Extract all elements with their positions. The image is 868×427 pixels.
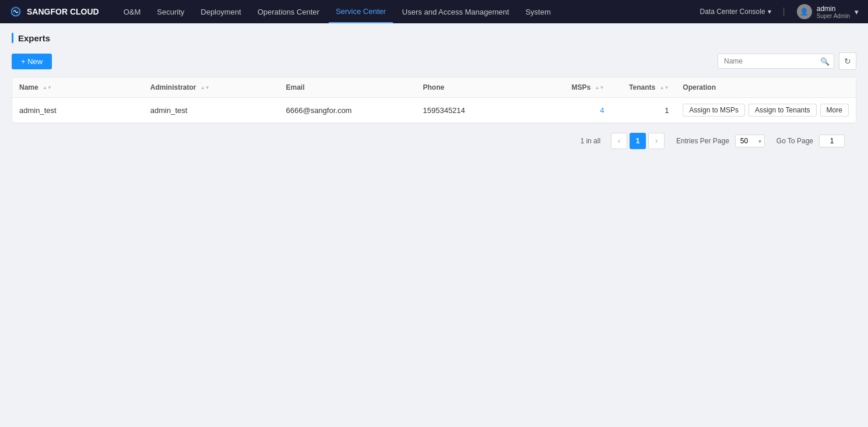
nav-menu: O&M Security Deployment Operations Cente… xyxy=(117,0,700,23)
col-header-operation: Operation xyxy=(676,77,856,98)
page-content: Experts + New 🔍 ↻ Name ▲▼ xyxy=(0,23,868,427)
search-area: 🔍 ↻ xyxy=(718,52,856,70)
brand-logo[interactable]: SANGFOR CLOUD xyxy=(9,5,99,18)
nav-separator: | xyxy=(783,6,785,17)
col-header-tenants: Tenants ▲▼ xyxy=(611,77,676,98)
col-header-phone: Phone xyxy=(416,77,549,98)
nav-item-security[interactable]: Security xyxy=(150,0,191,23)
col-header-administrator: Administrator ▲▼ xyxy=(143,77,279,98)
go-to-page-label: Go To Page xyxy=(776,137,813,145)
operation-buttons: Assign to MSPs Assign to Tenants More xyxy=(683,104,849,117)
assign-to-tenants-button[interactable]: Assign to Tenants xyxy=(748,104,817,117)
data-table: Name ▲▼ Administrator ▲▼ Email Phone MSP xyxy=(12,77,856,123)
cell-operation: Assign to MSPs Assign to Tenants More xyxy=(676,98,856,123)
entries-per-page-wrapper: 50 20 100 xyxy=(735,135,765,147)
user-details: admin Super Admin xyxy=(817,5,850,19)
search-box: 🔍 xyxy=(718,54,834,69)
total-count: 1 in all xyxy=(580,137,600,145)
prev-page-button[interactable]: ‹ xyxy=(611,133,627,149)
sort-icon-tenants[interactable]: ▲▼ xyxy=(660,86,669,90)
msps-count: 4 xyxy=(600,106,604,115)
entries-per-page-label: Entries Per Page xyxy=(676,137,729,145)
sort-icon-admin[interactable]: ▲▼ xyxy=(201,86,210,90)
search-input[interactable] xyxy=(718,54,834,69)
console-label: Data Center Console xyxy=(700,8,765,16)
toolbar: + New 🔍 ↻ xyxy=(12,52,856,70)
assign-to-msps-button[interactable]: Assign to MSPs xyxy=(683,104,745,117)
page-title: Experts xyxy=(18,33,50,43)
top-navigation: SANGFOR CLOUD O&M Security Deployment Op… xyxy=(0,0,868,23)
experts-table: Name ▲▼ Administrator ▲▼ Email Phone MSP xyxy=(12,77,856,123)
data-center-console-selector[interactable]: Data Center Console ▾ xyxy=(700,8,771,16)
refresh-button[interactable]: ↻ xyxy=(839,52,856,70)
nav-item-operations-center[interactable]: Operations Center xyxy=(251,0,326,23)
nav-item-om[interactable]: O&M xyxy=(117,0,148,23)
go-to-page-input[interactable] xyxy=(819,135,845,147)
table-body: admin_test admin_test 6666@sangfor.com 1… xyxy=(12,98,856,123)
avatar-icon: 👤 xyxy=(800,8,809,16)
nav-right-area: Data Center Console ▾ | 👤 admin Super Ad… xyxy=(700,4,859,19)
sort-icon-msps[interactable]: ▲▼ xyxy=(595,86,605,90)
table-header: Name ▲▼ Administrator ▲▼ Email Phone MSP xyxy=(12,77,856,98)
new-button[interactable]: + New xyxy=(12,54,52,69)
page-title-section: Experts xyxy=(12,33,856,43)
nav-item-system[interactable]: System xyxy=(518,0,557,23)
next-page-button[interactable]: › xyxy=(648,133,665,149)
table-row: admin_test admin_test 6666@sangfor.com 1… xyxy=(12,98,856,123)
nav-item-users[interactable]: Users and Access Management xyxy=(395,0,516,23)
sort-icon-name[interactable]: ▲▼ xyxy=(43,86,52,90)
user-dropdown-icon: ▾ xyxy=(855,8,859,16)
col-header-name: Name ▲▼ xyxy=(12,77,143,98)
cell-email: 6666@sangfor.com xyxy=(279,98,416,123)
col-header-email: Email xyxy=(279,77,416,98)
nav-item-service-center[interactable]: Service Center xyxy=(329,0,393,23)
current-page-indicator[interactable]: 1 xyxy=(630,133,646,149)
page-navigation: ‹ 1 › xyxy=(611,133,665,149)
user-role: Super Admin xyxy=(817,13,850,19)
cell-administrator: admin_test xyxy=(143,98,279,123)
brand-name: SANGFOR CLOUD xyxy=(27,7,99,16)
username: admin xyxy=(817,5,850,13)
console-dropdown-icon: ▾ xyxy=(768,8,771,16)
user-menu[interactable]: 👤 admin Super Admin ▾ xyxy=(797,4,859,19)
refresh-icon: ↻ xyxy=(844,57,851,66)
cell-tenants: 1 xyxy=(611,98,676,123)
cell-name: admin_test xyxy=(12,98,143,123)
title-accent-bar xyxy=(12,33,13,43)
entries-per-page-select[interactable]: 50 20 100 xyxy=(735,135,765,147)
cell-phone: 1595345214 xyxy=(416,98,549,123)
nav-item-deployment[interactable]: Deployment xyxy=(194,0,248,23)
col-header-msps: MSPs ▲▼ xyxy=(548,77,611,98)
search-icon-button[interactable]: 🔍 xyxy=(820,57,830,66)
cell-msps: 4 xyxy=(548,98,611,123)
more-button[interactable]: More xyxy=(820,104,849,117)
user-avatar: 👤 xyxy=(797,4,812,19)
pagination-bar: 1 in all ‹ 1 › Entries Per Page 50 20 10… xyxy=(12,123,856,158)
